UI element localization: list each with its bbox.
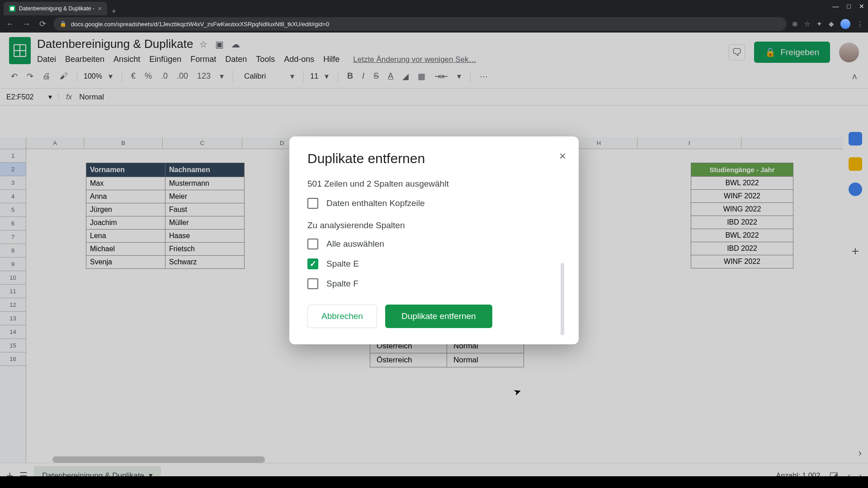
remove-duplicates-dialog: Duplikate entfernen × 501 Zeilen und 2 S… bbox=[289, 136, 579, 344]
star-icon[interactable]: ☆ bbox=[804, 20, 810, 28]
forward-icon[interactable]: → bbox=[21, 19, 32, 29]
select-all-checkbox[interactable]: Alle auswählen bbox=[307, 239, 561, 249]
extensions-icon[interactable]: ✦ bbox=[816, 20, 822, 28]
column-e-checkbox[interactable]: ✓ Spalte E bbox=[307, 258, 561, 269]
close-tab-icon[interactable]: × bbox=[98, 5, 102, 12]
zoom-icon[interactable]: ⊕ bbox=[792, 20, 798, 28]
cancel-button[interactable]: Abbrechen bbox=[307, 305, 377, 328]
profile-avatar[interactable] bbox=[840, 19, 850, 29]
columns-section-title: Zu analysierende Spalten bbox=[307, 221, 561, 230]
checkbox-icon bbox=[307, 198, 318, 209]
tab-title: Datenbereinigung & Duplikate - bbox=[19, 5, 94, 12]
selection-info: 501 Zeilen und 2 Spalten ausgewählt bbox=[307, 179, 561, 189]
sheets-favicon bbox=[9, 5, 15, 12]
remove-duplicates-button[interactable]: Duplikate entfernen bbox=[385, 305, 492, 328]
checkbox-icon bbox=[307, 278, 318, 289]
column-f-checkbox[interactable]: Spalte F bbox=[307, 278, 561, 289]
reload-icon[interactable]: ⟳ bbox=[37, 19, 48, 29]
browser-menu-icon[interactable]: ⋮ bbox=[857, 20, 863, 28]
maximize-icon[interactable]: □ bbox=[847, 3, 851, 10]
checkbox-checked-icon: ✓ bbox=[307, 258, 318, 269]
close-window-icon[interactable]: ✕ bbox=[859, 3, 864, 10]
dialog-scrollbar[interactable] bbox=[561, 263, 564, 335]
close-dialog-icon[interactable]: × bbox=[559, 149, 566, 163]
lock-icon: 🔒 bbox=[60, 21, 66, 27]
browser-tab[interactable]: Datenbereinigung & Duplikate - × bbox=[4, 2, 107, 15]
extension-icon[interactable]: ◆ bbox=[829, 20, 834, 28]
new-tab-button[interactable]: + bbox=[107, 7, 120, 15]
url-text: docs.google.com/spreadsheets/d/1Jevzbkqc… bbox=[71, 21, 329, 28]
header-row-checkbox[interactable]: Daten enthalten Kopfzeile bbox=[307, 198, 561, 209]
minimize-icon[interactable]: — bbox=[833, 3, 839, 10]
dialog-title: Duplikate entfernen bbox=[307, 151, 561, 166]
address-bar[interactable]: 🔒 docs.google.com/spreadsheets/d/1Jevzbk… bbox=[53, 17, 787, 31]
checkbox-icon bbox=[307, 239, 318, 249]
browser-chrome: Datenbereinigung & Duplikate - × + — □ ✕… bbox=[0, 0, 868, 33]
back-icon[interactable]: ← bbox=[5, 19, 15, 29]
